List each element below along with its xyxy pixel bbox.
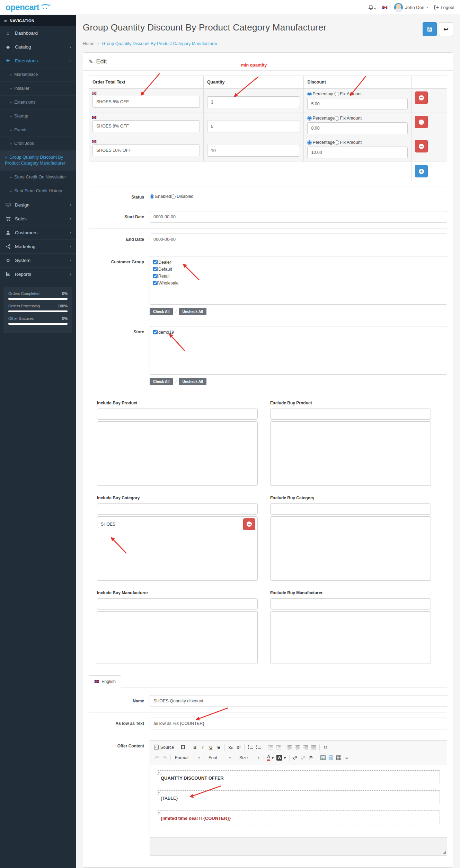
undo-button[interactable]: ↶	[153, 754, 161, 762]
sidebar-item-extensions[interactable]: ✚ Extensions ›	[0, 54, 76, 68]
tab-english[interactable]: English	[89, 675, 121, 688]
underline-button[interactable]: U	[207, 743, 215, 752]
strikethrough-button[interactable]: S	[215, 743, 223, 752]
resize-handle[interactable]	[443, 851, 446, 854]
notifications-bell-icon[interactable]: ▾	[368, 5, 376, 10]
include-product-autocomplete-input[interactable]	[97, 409, 258, 420]
source-button[interactable]: ‹›Source	[153, 743, 175, 752]
logout-button[interactable]: Logout	[434, 5, 454, 10]
sidebar-subitem-installer[interactable]: »Installer	[0, 82, 76, 96]
quantity-input[interactable]	[207, 96, 300, 108]
sidebar-item-system[interactable]: ⚙ System ›	[0, 254, 76, 268]
page-break-button[interactable]	[327, 754, 335, 762]
sidebar-subitem-startup[interactable]: »Startup	[0, 109, 76, 123]
order-total-text-input[interactable]	[92, 96, 200, 108]
bold-button[interactable]: B	[191, 743, 199, 752]
sidebar-subitem-cron-jobs[interactable]: »Cron Jobs	[0, 137, 76, 151]
special-char-button[interactable]: Ω	[321, 743, 329, 752]
sidebar-item-marketing[interactable]: Marketing ›	[0, 240, 76, 254]
bg-color-button[interactable]: A▾	[275, 754, 287, 762]
include-category-autocomplete-input[interactable]	[97, 503, 258, 515]
discount-input[interactable]	[307, 147, 407, 158]
remove-row-button[interactable]	[415, 91, 428, 104]
sidebar-item-reports[interactable]: Reports ›	[0, 268, 76, 281]
sidebar-subitem-extensions[interactable]: »Extensions	[0, 96, 76, 109]
checkbox-demo19[interactable]: demo19	[153, 329, 444, 336]
exclude-category-autocomplete-input[interactable]	[270, 503, 431, 515]
increase-indent-button[interactable]	[274, 743, 282, 752]
name-input[interactable]	[150, 695, 447, 707]
as-low-as-input[interactable]	[150, 718, 447, 729]
link-button[interactable]	[291, 754, 299, 762]
text-color-button[interactable]: A▾	[266, 754, 275, 762]
numbered-list-button[interactable]	[246, 743, 254, 752]
quantity-input[interactable]	[207, 121, 300, 132]
table-button[interactable]	[335, 754, 343, 762]
sidebar-subitem-store-credit-newsletter[interactable]: »Store Credit On Newsletter	[0, 170, 76, 184]
editor-content[interactable]: P QUANTTY DISCOUNT OFFER P {TABLE}	[150, 765, 447, 837]
sidebar-subitem-group-quantity-discount[interactable]: »Group Quantity Discount By Product Cate…	[0, 151, 76, 170]
sidebar-subitem-events[interactable]: »Events	[0, 123, 76, 137]
sidebar-item-catalog[interactable]: ◆ Catalog ›	[0, 40, 76, 54]
check-all-button[interactable]: Check All	[150, 308, 173, 315]
sidebar-subitem-sent-store-credit[interactable]: »Sent Store Credit History	[0, 184, 76, 198]
save-button[interactable]	[423, 22, 437, 36]
end-date-input[interactable]	[150, 234, 447, 245]
status-enabled-radio[interactable]: Enabled	[150, 194, 171, 199]
format-dropdown[interactable]: Format▾	[172, 754, 202, 762]
discount-input[interactable]	[307, 122, 407, 134]
unlink-button[interactable]	[299, 754, 307, 762]
fix-amount-radio[interactable]: Fix Amount	[335, 116, 362, 121]
checkbox-default[interactable]: Default	[153, 266, 444, 273]
horizontal-rule-button[interactable]: ≡	[343, 754, 351, 762]
exclude-product-autocomplete-input[interactable]	[270, 409, 431, 420]
align-left-button[interactable]	[286, 743, 294, 752]
menu-toggle-icon[interactable]: ≡	[4, 18, 7, 23]
user-menu[interactable]: John Doe ▾	[394, 3, 428, 12]
sidebar-item-design[interactable]: Design ›	[0, 198, 76, 212]
sidebar-item-customers[interactable]: Customers ›	[0, 226, 76, 240]
font-dropdown[interactable]: Font▾	[206, 754, 233, 762]
quantity-input[interactable]	[207, 145, 300, 157]
uncheck-all-button[interactable]: Uncheck All	[179, 308, 207, 315]
uncheck-all-button[interactable]: Uncheck All	[179, 378, 207, 385]
sidebar-item-sales[interactable]: Sales ›	[0, 212, 76, 226]
anchor-flag-button[interactable]	[307, 754, 315, 762]
add-row-button[interactable]	[415, 165, 428, 177]
sidebar-subitem-marketplace[interactable]: »Marketplace	[0, 68, 76, 82]
check-all-button[interactable]: Check All	[150, 378, 173, 385]
status-disabled-radio[interactable]: Disabled	[171, 194, 194, 199]
order-total-text-input[interactable]	[92, 120, 200, 132]
back-button[interactable]: ↩	[439, 22, 453, 36]
percentage-radio[interactable]: Percentage	[307, 91, 335, 96]
breadcrumb-current[interactable]: Group Quantity Discount By Product Categ…	[102, 41, 218, 46]
breadcrumb-home[interactable]: Home	[83, 41, 94, 46]
order-total-text-input[interactable]	[92, 144, 200, 156]
sidebar-item-dashboard[interactable]: ⌂ Dashboard	[0, 26, 76, 40]
checkbox-dealer[interactable]: Dealer	[153, 259, 444, 266]
bullet-list-button[interactable]	[254, 743, 262, 752]
maximize-button[interactable]	[179, 743, 187, 752]
exclude-manufacturer-autocomplete-input[interactable]	[270, 598, 431, 610]
include-manufacturer-autocomplete-input[interactable]	[97, 598, 258, 610]
checkbox-wholesale[interactable]: Wholesale	[153, 280, 444, 287]
start-date-input[interactable]	[150, 211, 447, 223]
decrease-indent-button[interactable]	[266, 743, 274, 752]
opencart-logo[interactable]: opencart	[6, 2, 51, 12]
subscript-button[interactable]: x₂	[227, 743, 235, 752]
language-flag-icon[interactable]	[382, 6, 388, 9]
italic-button[interactable]: I	[199, 743, 207, 752]
remove-category-button[interactable]	[243, 518, 255, 530]
remove-row-button[interactable]	[415, 140, 428, 152]
size-dropdown[interactable]: Size▾	[237, 754, 262, 762]
fix-amount-radio[interactable]: Fix Amount	[335, 140, 362, 145]
checkbox-retail[interactable]: Retail	[153, 273, 444, 280]
remove-row-button[interactable]	[415, 116, 428, 128]
image-button[interactable]	[319, 754, 327, 762]
discount-input[interactable]	[307, 98, 407, 110]
superscript-button[interactable]: x²	[235, 743, 242, 752]
align-center-button[interactable]	[294, 743, 302, 752]
percentage-radio[interactable]: Percentage	[307, 116, 335, 121]
fix-amount-radio[interactable]: Fix Amount	[335, 91, 362, 96]
percentage-radio[interactable]: Percentage	[307, 140, 335, 145]
